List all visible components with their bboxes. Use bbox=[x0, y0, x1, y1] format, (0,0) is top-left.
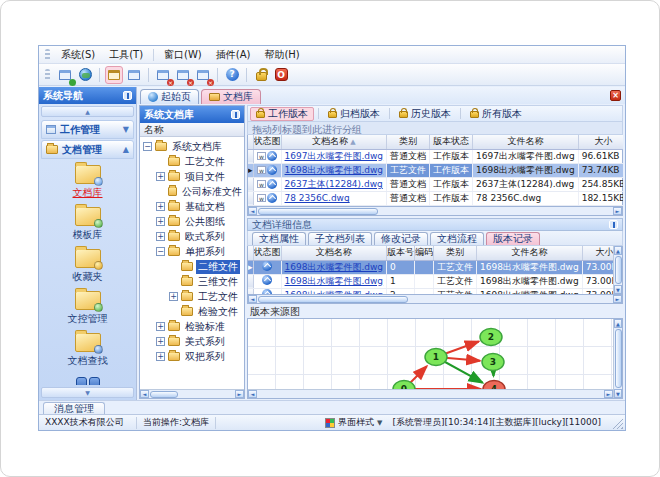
column-header-0[interactable]: 状态图 bbox=[253, 135, 281, 149]
column-header-0[interactable]: 状态图 bbox=[253, 246, 281, 260]
menu-grip[interactable] bbox=[45, 49, 50, 61]
close-tab-icon[interactable]: × bbox=[610, 90, 621, 101]
scroll-left-icon[interactable]: ◄ bbox=[248, 207, 257, 215]
scroll-thumb[interactable] bbox=[615, 256, 622, 284]
sidebar-group-work[interactable]: 工作管理 ▼ bbox=[41, 120, 134, 139]
graph-vscrollbar[interactable]: ▲ ▼ bbox=[613, 319, 622, 398]
help-icon[interactable]: ? bbox=[223, 66, 241, 84]
column-header-3[interactable]: 版本状态 bbox=[430, 135, 473, 149]
tree-node-11[interactable]: 检验文件 bbox=[140, 304, 244, 319]
table-row[interactable]: w78 2356C.dwg普通文档工作版本78 2356C.dwg182.15K… bbox=[248, 191, 623, 205]
column-header-2[interactable]: 版本号 bbox=[387, 246, 415, 260]
detail-tab-0[interactable]: 文档属性 bbox=[252, 232, 306, 245]
scroll-thumb[interactable] bbox=[258, 296, 408, 303]
expand-icon[interactable]: + bbox=[156, 232, 165, 241]
no-expand-icon[interactable] bbox=[169, 277, 178, 286]
detail-tab-1[interactable]: 子文档列表 bbox=[308, 232, 372, 245]
tree-node-0[interactable]: −系统文档库 bbox=[140, 139, 244, 154]
column-header-4[interactable]: 文件名称 bbox=[473, 135, 579, 149]
table-row[interactable]: ▸1698出水嘴零件图.dwg0工艺文件1698出水嘴零件图.dwg73.00K… bbox=[248, 260, 613, 274]
tree-node-7[interactable]: −单把系列 bbox=[140, 244, 244, 259]
resize-grip[interactable] bbox=[611, 417, 623, 429]
tree-horizontal-scrollbar[interactable]: ◄ ► bbox=[140, 389, 244, 398]
sidebar-scroll-up[interactable]: ▲ bbox=[41, 106, 134, 117]
exit-icon[interactable]: O bbox=[272, 66, 290, 84]
version-button-0[interactable]: 工作版本 bbox=[250, 107, 314, 121]
close-all-documents-icon[interactable]: × bbox=[174, 66, 192, 84]
scroll-thumb[interactable] bbox=[258, 208, 378, 215]
expand-icon[interactable]: + bbox=[156, 202, 165, 211]
tree-node-10[interactable]: +工艺文件 bbox=[140, 289, 244, 304]
column-header-1[interactable]: 文档名称 ▲ bbox=[281, 135, 387, 149]
tile-windows-icon[interactable] bbox=[125, 66, 143, 84]
tree-node-14[interactable]: +双把系列 bbox=[140, 349, 244, 364]
expand-icon[interactable]: + bbox=[156, 337, 165, 346]
collapse-icon[interactable]: − bbox=[143, 142, 152, 151]
document-link[interactable]: 1698出水嘴零件图.dwg bbox=[285, 262, 384, 272]
scroll-thumb[interactable] bbox=[615, 329, 622, 388]
sidebar-item-3[interactable]: 文控管理 bbox=[39, 291, 136, 326]
expand-icon[interactable]: + bbox=[156, 322, 165, 331]
tree-node-13[interactable]: +美式系列 bbox=[140, 334, 244, 349]
scroll-right-icon[interactable]: ► bbox=[613, 207, 622, 215]
table-row[interactable]: w2637主体(12284).dwg普通文档工作版本2637主体(12284).… bbox=[248, 177, 623, 191]
document-link[interactable]: 1698出水嘴零件图.dwg bbox=[285, 165, 384, 175]
expand-icon[interactable]: + bbox=[156, 172, 165, 181]
detail-tab-3[interactable]: 文档流程 bbox=[430, 232, 484, 245]
version-button-2[interactable]: 历史版本 bbox=[394, 107, 456, 121]
tree-node-3[interactable]: 公司标准文件 bbox=[140, 184, 244, 199]
scroll-right-icon[interactable]: ► bbox=[613, 295, 622, 303]
column-header-2[interactable]: 类别 bbox=[387, 135, 430, 149]
scroll-thumb[interactable] bbox=[150, 391, 178, 398]
version-table-hscrollbar[interactable]: ◄ ► bbox=[247, 295, 623, 304]
detail-tab-2[interactable]: 修改记录 bbox=[374, 232, 428, 245]
tab-start-page[interactable]: 起始页 bbox=[140, 89, 199, 104]
monitor-icon[interactable] bbox=[56, 66, 74, 84]
scroll-up-icon[interactable]: ▲ bbox=[614, 246, 622, 255]
table-row[interactable]: w1697出水嘴零件图.dwg普通文档工作版本1697出水嘴零件图.dwg96.… bbox=[248, 149, 623, 163]
close-document-icon[interactable]: × bbox=[154, 66, 172, 84]
lock-icon[interactable] bbox=[252, 66, 270, 84]
version-table-vscrollbar[interactable]: ▲ ▼ bbox=[613, 246, 622, 294]
expand-icon[interactable]: + bbox=[156, 352, 165, 361]
tree-node-12[interactable]: +检验标准 bbox=[140, 319, 244, 334]
pin-icon[interactable] bbox=[123, 91, 132, 100]
tree-node-2[interactable]: +项目文件 bbox=[140, 169, 244, 184]
scroll-right-icon[interactable]: ► bbox=[604, 390, 613, 398]
scroll-left-icon[interactable]: ◄ bbox=[248, 295, 257, 303]
collapse-icon[interactable]: − bbox=[156, 247, 165, 256]
ui-style-selector[interactable]: 界面样式 ▼ bbox=[321, 416, 386, 429]
toolbar-grip[interactable] bbox=[45, 69, 50, 81]
menu-item-2[interactable]: 窗口(W) bbox=[157, 46, 209, 64]
document-link[interactable]: 1698出水嘴零件图.dwg bbox=[285, 290, 384, 295]
column-header-6[interactable]: 大小 bbox=[582, 246, 613, 260]
tree-node-1[interactable]: 工艺文件 bbox=[140, 154, 244, 169]
table-row[interactable]: 1698出水嘴零件图.dwg1工艺文件1698出水嘴零件图.dwg73.00KB… bbox=[248, 274, 613, 288]
expand-icon[interactable]: + bbox=[156, 217, 165, 226]
doc-table-hscrollbar[interactable]: ◄ ► bbox=[247, 207, 623, 216]
column-header-3[interactable]: 编码 bbox=[415, 246, 434, 260]
scroll-down-icon[interactable]: ▼ bbox=[614, 389, 622, 398]
document-link[interactable]: 2637主体(12284).dwg bbox=[285, 179, 383, 189]
no-expand-icon[interactable] bbox=[169, 307, 178, 316]
scroll-up-icon[interactable]: ▲ bbox=[614, 319, 622, 328]
scroll-left-icon[interactable]: ◄ bbox=[248, 390, 257, 398]
tree-node-8[interactable]: 二维文件 bbox=[140, 259, 244, 274]
pin-icon[interactable] bbox=[231, 110, 240, 119]
pin-icon[interactable] bbox=[609, 220, 618, 229]
tree-node-5[interactable]: +公共图纸 bbox=[140, 214, 244, 229]
column-header-5[interactable]: 大小 bbox=[578, 135, 623, 149]
tree-node-6[interactable]: +欧式系列 bbox=[140, 229, 244, 244]
tree-node-4[interactable]: +基础文档 bbox=[140, 199, 244, 214]
menu-item-0[interactable]: 系统(S) bbox=[54, 46, 102, 64]
document-link[interactable]: 1697出水嘴零件图.dwg bbox=[285, 151, 384, 161]
cascade-windows-icon[interactable] bbox=[105, 66, 123, 84]
expand-icon[interactable]: + bbox=[169, 292, 178, 301]
graph-hscrollbar[interactable]: ◄ ► bbox=[248, 389, 613, 398]
menu-item-1[interactable]: 工具(T) bbox=[102, 46, 150, 64]
document-link[interactable]: 78 2356C.dwg bbox=[285, 193, 350, 203]
version-button-1[interactable]: 归档版本 bbox=[323, 107, 385, 121]
menu-item-3[interactable]: 插件(A) bbox=[209, 46, 258, 64]
scroll-down-icon[interactable]: ▼ bbox=[614, 285, 622, 294]
no-expand-icon[interactable] bbox=[156, 157, 165, 166]
